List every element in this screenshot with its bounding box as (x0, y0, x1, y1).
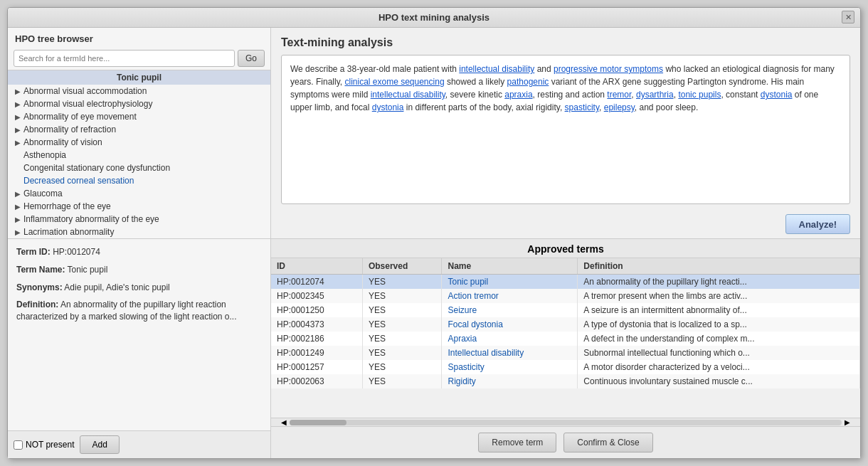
tree-arrow-icon: ▶ (15, 88, 21, 95)
cell-observed: YES (362, 346, 442, 360)
tree-item-label: Abnormality of refraction (23, 125, 116, 134)
approved-terms-table: ID Observed Name Definition HP:0012074 Y… (271, 258, 860, 388)
cell-name[interactable]: Rigidity (442, 374, 578, 388)
not-present-checkbox-group: NOT present (14, 440, 74, 450)
text-part-7: , resting and action (533, 90, 608, 100)
left-panel: HPO tree browser Go Tonic pupil ▶ Abnorm… (8, 28, 271, 458)
cell-name[interactable]: Spasticity (442, 360, 578, 374)
close-button[interactable]: ✕ (842, 11, 854, 23)
horizontal-scrollbar[interactable]: ◀ ▶ (271, 418, 860, 426)
cell-definition: Continuous involuntary sustained muscle … (578, 374, 860, 388)
text-highlight-tonic-pupils: tonic pupils (678, 90, 721, 100)
tree-item-label: Abnormal visual electrophysiology (23, 99, 152, 109)
tree-item-decreased-corneal[interactable]: Decreased corneal sensation (8, 174, 270, 187)
confirm-close-button[interactable]: Confirm & Close (563, 433, 652, 452)
tree-item-label: Hemorrhage of the eye (23, 201, 111, 211)
text-part-2: and (534, 64, 554, 74)
tree-item-label: Lacrimation abnormality (23, 227, 114, 237)
table-row[interactable]: HP:0001257 YES Spasticity A motor disord… (271, 360, 860, 374)
text-highlight-apraxia: apraxia (504, 90, 532, 100)
tree-item-hemorrhage-eye[interactable]: ▶ Hemorrhage of the eye (8, 200, 270, 213)
tree-item-lacrimation-abnormality[interactable]: ▶ Lacrimation abnormality (8, 226, 270, 238)
text-highlight-intellectual-disability-1: intellectual disability (459, 64, 534, 74)
cell-name[interactable]: Seizure (442, 303, 578, 317)
tree-item-label: Congenital stationary cone dysfunction (23, 163, 170, 173)
cell-name[interactable]: Action tremor (442, 289, 578, 303)
cell-observed: YES (362, 332, 442, 346)
tree-item-abnormal-visual-electrophysiology[interactable]: ▶ Abnormal visual electrophysiology (8, 97, 270, 110)
scroll-left-arrow[interactable]: ◀ (281, 418, 287, 426)
tree-arrow-icon: ▶ (15, 190, 21, 198)
remove-term-button[interactable]: Remove term (478, 433, 556, 452)
text-part-1: We describe a 38-year-old male patient w… (290, 64, 459, 74)
tree-header: HPO tree browser (8, 28, 270, 47)
tree-item-link-decreased-corneal[interactable]: Decreased corneal sensation (23, 176, 134, 186)
tree-item-abnormality-eye-movement[interactable]: ▶ Abnormality of eye movement (8, 110, 270, 123)
tree-item-abnormality-refraction[interactable]: ▶ Abnormality of refraction (8, 123, 270, 136)
text-highlight-dystonia-2: dystonia (372, 102, 404, 112)
bottom-actions: NOT present Add (8, 430, 270, 458)
cell-id: HP:0002345 (271, 289, 362, 303)
table-row[interactable]: HP:0012074 YES Tonic pupil An abnormalit… (271, 275, 860, 290)
analyze-button[interactable]: Analyze! (785, 214, 850, 234)
table-row[interactable]: HP:0001250 YES Seizure A seizure is an i… (271, 303, 860, 317)
cell-observed: YES (362, 317, 442, 332)
tree-selected-node[interactable]: Tonic pupil (8, 70, 270, 85)
main-dialog: HPO text mining analysis ✕ HPO tree brow… (7, 7, 861, 459)
table-row[interactable]: HP:0002063 YES Rigidity Continuous invol… (271, 374, 860, 388)
tree-item-label: Abnormal visual accommodation (23, 86, 147, 96)
tree-arrow-icon: ▶ (15, 139, 21, 147)
text-highlight-pathogenic: pathogenic (507, 77, 549, 87)
text-highlight-epilepsy: epilepsy (604, 102, 635, 112)
cell-observed: YES (362, 360, 442, 374)
table-row[interactable]: HP:0002186 YES Apraxia A defect in the u… (271, 332, 860, 346)
text-part-6: , severe kinetic (445, 90, 504, 100)
tree-item-label: Inflammatory abnormality of the eye (23, 214, 159, 224)
text-highlight-dystonia-1: dystonia (761, 90, 793, 100)
cell-name[interactable]: Focal dystonia (442, 317, 578, 332)
term-name-line: Term Name: Tonic pupil (16, 264, 262, 276)
tree-item-asthenopia[interactable]: Asthenopia (8, 149, 270, 161)
scroll-right-arrow[interactable]: ▶ (845, 418, 850, 426)
table-row[interactable]: HP:0004373 YES Focal dystonia A type of … (271, 317, 860, 332)
text-part-4: showed a likely (445, 77, 507, 87)
term-info: Term ID: HP:0012074 Term Name: Tonic pup… (16, 246, 262, 323)
tree-item-label: Abnormality of vision (23, 137, 102, 147)
table-row[interactable]: HP:0001249 YES Intellectual disability S… (271, 346, 860, 360)
tree-item-abnormality-vision[interactable]: ▶ Abnormality of vision (8, 136, 270, 149)
cell-name[interactable]: Intellectual disability (442, 346, 578, 360)
term-name-value: Tonic pupil (68, 265, 108, 275)
tree-arrow-icon: ▶ (15, 113, 21, 121)
col-header-name: Name (442, 258, 578, 275)
tree-item-abnormal-visual-accommodation[interactable]: ▶ Abnormal visual accommodation (8, 85, 270, 97)
tree-item-glaucoma[interactable]: ▶ Glaucoma (8, 187, 270, 200)
text-part-12: in different parts of the body, axial ri… (403, 102, 564, 112)
analyze-bar: Analyze! (271, 210, 860, 238)
cell-id: HP:0002063 (271, 374, 362, 388)
tree-arrow-icon: ▶ (15, 126, 21, 134)
table-row[interactable]: HP:0002345 YES Action tremor A tremor pr… (271, 289, 860, 303)
scroll-thumb[interactable] (290, 420, 346, 425)
add-button[interactable]: Add (80, 435, 119, 454)
cell-observed: YES (362, 303, 442, 317)
term-name-label: Term Name: (16, 265, 65, 275)
tree-item-congenital-stationary-cone[interactable]: Congenital stationary cone dysfunction (8, 161, 270, 174)
term-info-section: Term ID: HP:0012074 Term Name: Tonic pup… (8, 238, 270, 430)
cell-name[interactable]: Apraxia (442, 332, 578, 346)
cell-name[interactable]: Tonic pupil (442, 275, 578, 290)
tree-item-inflammatory-abnormality[interactable]: ▶ Inflammatory abnormality of the eye (8, 213, 270, 226)
main-content: HPO tree browser Go Tonic pupil ▶ Abnorm… (8, 28, 860, 458)
not-present-label: NOT present (26, 440, 74, 450)
text-mining-section: Text-mining analysis We describe a 38-ye… (271, 28, 860, 210)
term-id-value: HP:0012074 (53, 247, 100, 257)
not-present-checkbox[interactable] (14, 440, 23, 450)
cell-id: HP:0001257 (271, 360, 362, 374)
approved-section: Approved terms ID Observed Name Definiti… (271, 238, 860, 458)
tree-item-label: Abnormality of eye movement (23, 112, 137, 122)
cell-id: HP:0004373 (271, 317, 362, 332)
text-mining-title: Text-mining analysis (281, 36, 850, 49)
go-button[interactable]: Go (238, 50, 265, 67)
search-input[interactable] (14, 50, 235, 67)
cell-definition: A tremor present when the limbs are acti… (578, 289, 860, 303)
definition-line: Definition: An abnormality of the pupill… (16, 299, 262, 323)
